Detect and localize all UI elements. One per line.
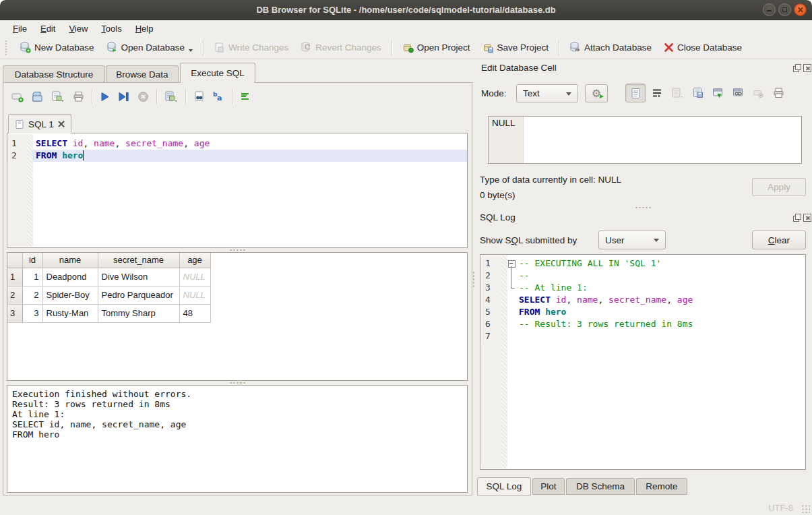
cell-value-editor[interactable]: NULL [488, 116, 802, 164]
maximize-icon [782, 7, 787, 12]
editor-code-line[interactable]: SELECT id, name, secret_name, age [32, 138, 467, 150]
sql-file-icon [15, 119, 24, 129]
sql-tab-close-icon[interactable] [58, 121, 65, 127]
menu-view[interactable]: View [63, 22, 94, 36]
attach-database-button[interactable]: Attach Database [563, 38, 658, 57]
execute-current-line-button[interactable] [117, 91, 130, 102]
save-results-button[interactable] [164, 90, 179, 103]
toolbar-drag-handle[interactable] [5, 40, 11, 55]
line-number: 2 [480, 270, 501, 282]
find-replace-button[interactable] [193, 90, 206, 103]
tab-remote[interactable]: Remote [636, 478, 687, 495]
cell-age[interactable]: NULL [179, 286, 210, 304]
sql-log-filter-combobox[interactable]: User [598, 231, 666, 249]
menu-tools[interactable]: Tools [95, 22, 127, 36]
close-button[interactable] [794, 3, 807, 16]
open-database-label: Open Database [121, 42, 185, 53]
main-toolbar: New Database Open Database Write Changes… [0, 36, 812, 59]
sql-editor[interactable]: 1 SELECT id, name, secret_name, age 2 FR… [7, 133, 468, 248]
tab-execute-sql[interactable]: Execute SQL [180, 63, 255, 83]
copy-url-button[interactable] [732, 87, 745, 99]
dock-close-icon[interactable] [803, 214, 811, 222]
text-mode-toggle-button[interactable] [625, 84, 646, 102]
tab-browse-data[interactable]: Browse Data [106, 65, 179, 82]
column-header-secret-name[interactable]: secret_name [98, 253, 179, 268]
export-data-button[interactable] [692, 87, 704, 99]
menu-file[interactable]: File [7, 22, 33, 36]
cell-editor-content[interactable] [524, 117, 801, 163]
print-cell-button[interactable] [772, 87, 785, 99]
window-title: DB Browser for SQLite - /home/user/code/… [256, 5, 555, 15]
column-header-name[interactable]: name [42, 253, 98, 268]
open-in-external-app-button[interactable] [712, 87, 724, 99]
dock-splitter[interactable] [635, 206, 652, 209]
cell-age[interactable]: NULL [179, 268, 210, 286]
cell-size-info: 0 byte(s) [480, 190, 516, 200]
log-code-line [518, 330, 805, 342]
save-project-button[interactable]: Save Project [476, 38, 555, 57]
cell-secret-name[interactable]: Dive Wilson [98, 268, 179, 286]
new-database-icon [20, 42, 31, 53]
column-header-id[interactable]: id [22, 253, 42, 268]
tab-sql-log[interactable]: SQL Log [477, 477, 531, 495]
fold-marker-icon[interactable] [507, 258, 518, 270]
cell-age[interactable]: 48 [179, 304, 210, 322]
cell-id[interactable]: 2 [22, 286, 42, 304]
clear-log-button[interactable]: Clear [752, 231, 806, 249]
open-project-button[interactable]: Open Project [396, 38, 476, 57]
open-database-button[interactable]: Open Database [100, 38, 199, 57]
editor-code-line[interactable]: FROM hero [32, 150, 467, 162]
sql-log-filter-value: User [605, 235, 625, 245]
sql-log-editor[interactable]: 1-- EXECUTING ALL IN 'SQL 1' 2-- 3-- At … [480, 254, 806, 470]
open-sql-file-button[interactable] [31, 90, 44, 103]
format-sql-button[interactable]: ba [212, 90, 225, 103]
row-header[interactable]: 2 [7, 286, 22, 304]
tab-db-schema[interactable]: DB Schema [566, 478, 635, 495]
open-sql-tab-button[interactable] [11, 90, 24, 103]
cell-name[interactable]: Deadpond [42, 268, 98, 286]
grid-corner[interactable] [7, 253, 22, 268]
cell-id[interactable]: 3 [22, 304, 42, 322]
word-wrap-cell-button[interactable] [651, 87, 663, 99]
row-header[interactable]: 1 [7, 268, 22, 286]
dock-float-icon[interactable] [793, 214, 801, 222]
apply-button: Apply [752, 178, 806, 196]
auto-switch-mode-button[interactable]: ⚙ [585, 84, 608, 102]
cell-name[interactable]: Spider-Boy [42, 286, 98, 304]
titlebar[interactable]: DB Browser for SQLite - /home/user/code/… [0, 0, 812, 20]
line-number: 4 [480, 294, 501, 306]
print-sql-button[interactable] [72, 90, 85, 103]
results-log-splitter[interactable] [229, 382, 247, 384]
column-header-age[interactable]: age [179, 253, 210, 268]
pane-splitter[interactable] [472, 271, 475, 289]
execution-status-log[interactable]: Execution finished without errors. Resul… [7, 385, 468, 493]
open-database-dropdown-icon[interactable] [189, 49, 193, 52]
maximize-button[interactable] [778, 3, 791, 16]
dock-close-icon[interactable] [803, 64, 811, 72]
execute-all-button[interactable] [99, 91, 111, 102]
menu-help[interactable]: Help [129, 22, 160, 36]
word-wrap-button[interactable] [239, 91, 251, 102]
tab-plot[interactable]: Plot [532, 478, 565, 495]
mode-combobox[interactable]: Text [516, 84, 578, 102]
dock-float-icon[interactable] [793, 64, 801, 72]
row-header[interactable]: 3 [7, 304, 22, 322]
fold-marker [507, 318, 518, 330]
cell-secret-name[interactable]: Tommy Sharp [98, 304, 179, 322]
minimize-button[interactable] [763, 3, 776, 16]
new-database-button[interactable]: New Database [13, 38, 100, 57]
menu-edit[interactable]: Edit [34, 22, 61, 36]
resize-grip[interactable] [801, 504, 810, 513]
editor-line: 2 FROM hero [7, 150, 467, 162]
cell-name[interactable]: Rusty-Man [42, 304, 98, 322]
log-code-line: -- Result: 3 rows returned in 8ms [518, 318, 805, 330]
sql-file-tab[interactable]: SQL 1 [8, 114, 71, 133]
editor-results-splitter[interactable] [229, 249, 247, 251]
open-sql-file-current-tab-button[interactable] [51, 90, 65, 103]
tab-database-structure[interactable]: Database Structure [3, 65, 105, 82]
cell-type-info: Type of data currently in cell: NULL [480, 175, 621, 185]
cell-id[interactable]: 1 [22, 268, 42, 286]
cell-secret-name[interactable]: Pedro Parqueador [98, 286, 179, 304]
close-database-button[interactable]: Close Database [658, 39, 748, 56]
apply-button-label: Apply [768, 182, 790, 192]
